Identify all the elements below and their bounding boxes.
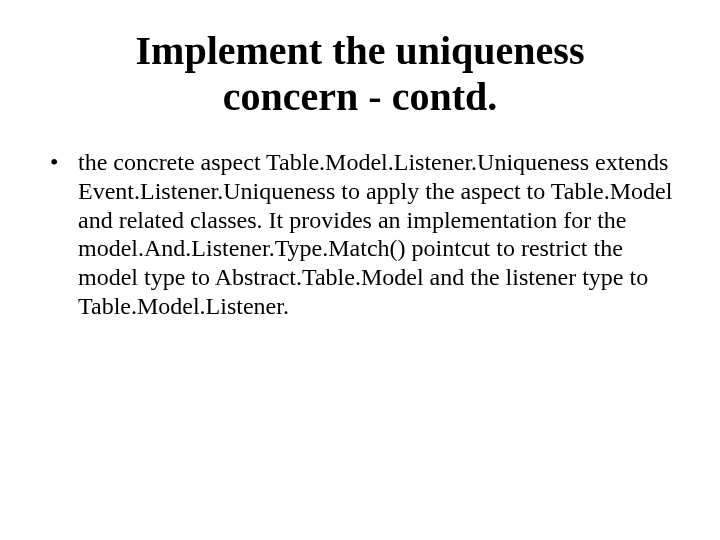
slide-title: Implement the uniqueness concern - contd… xyxy=(40,28,680,120)
bullet-item: the concrete aspect Table.Model.Listener… xyxy=(50,148,680,321)
title-line-1: Implement the uniqueness xyxy=(136,28,585,73)
slide: Implement the uniqueness concern - contd… xyxy=(0,0,720,540)
bullet-text: the concrete aspect Table.Model.Listener… xyxy=(78,149,672,319)
bullet-list: the concrete aspect Table.Model.Listener… xyxy=(40,148,680,321)
title-line-2: concern - contd. xyxy=(223,74,497,119)
slide-body: the concrete aspect Table.Model.Listener… xyxy=(40,148,680,321)
